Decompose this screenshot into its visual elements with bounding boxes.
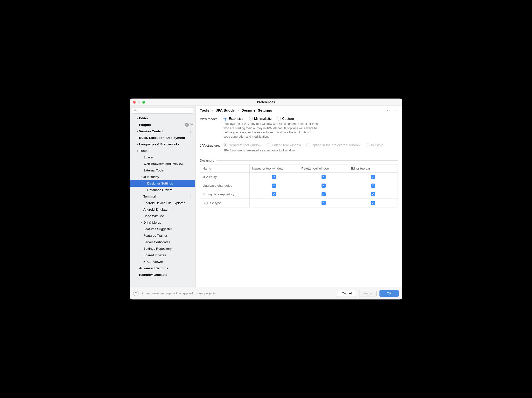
sidebar-item-shared-indexes[interactable]: Shared Indexes (130, 252, 195, 258)
sidebar-item-label: Diff & Merge (143, 221, 193, 224)
chevron-right-icon[interactable]: ▸ (140, 221, 143, 224)
view-mode-option-minimalistic[interactable]: Minimalistic (249, 117, 272, 121)
checkbox-cell[interactable]: ✓ (299, 173, 349, 181)
sidebar-item-features-trainer[interactable]: Features Trainer (130, 232, 195, 239)
sidebar-item-label: Android Device File Explorer (143, 201, 193, 205)
checkbox-checked-icon: ✓ (371, 201, 375, 205)
checkbox-cell[interactable]: ✓ (299, 181, 349, 190)
designer-name: JPA entity (200, 173, 250, 181)
radio-label: Extensive (229, 117, 244, 121)
sidebar-item-xpath-viewer[interactable]: XPath Viewer (130, 258, 195, 265)
crumb-1[interactable]: JPA Buddy (216, 108, 235, 112)
radio-label: Unified tool window (272, 143, 301, 147)
cancel-button[interactable]: Cancel (337, 290, 356, 297)
crumb-0[interactable]: Tools (200, 108, 209, 112)
sidebar-item-android-device-file-explorer[interactable]: Android Device File Explorer (130, 200, 195, 206)
jpa-structure-option-option-in-the-project-tool-window: Option in the project tool window (306, 143, 360, 147)
checkbox-checked-icon: ✓ (322, 201, 326, 205)
sidebar-item-version-control[interactable]: ▸Version Control (130, 128, 195, 135)
radio-label: Separate tool window (229, 143, 261, 147)
sidebar-item-build-execution-deployment[interactable]: ▸Build, Execution, Deployment (130, 135, 195, 141)
sidebar-item-android-emulator[interactable]: Android Emulator (130, 206, 195, 213)
window-title: Preferences (130, 100, 402, 104)
search-input[interactable] (132, 107, 193, 114)
checkbox-cell[interactable]: ✓ (348, 190, 398, 199)
sidebar-item-external-tools[interactable]: External Tools (130, 167, 195, 174)
view-mode-helper: Displays the JPA Buddy tool window with … (224, 122, 320, 139)
table-header: Palette tool window (299, 164, 349, 173)
checkbox-cell[interactable]: ✓ (250, 181, 299, 190)
chevron-right-icon[interactable]: ▸ (136, 143, 139, 146)
ok-button[interactable]: OK (379, 290, 399, 297)
sidebar-item-advanced-settings[interactable]: Advanced Settings (130, 265, 195, 271)
radio-icon (306, 143, 310, 147)
close-icon[interactable] (133, 101, 136, 104)
forward-icon: → (393, 108, 398, 113)
sidebar-item-terminal[interactable]: Terminal (130, 193, 195, 200)
radio-icon (266, 143, 270, 147)
checkbox-cell[interactable] (250, 199, 299, 207)
checkbox-cell[interactable]: ✓ (348, 199, 398, 207)
search-wrap: ▾ (130, 106, 195, 115)
sidebar-item-label: Version Control (139, 129, 190, 133)
checkbox-cell[interactable]: ✓ (250, 190, 299, 199)
sidebar-item-editor[interactable]: ▸Editor (130, 115, 195, 121)
chevron-right-icon: › (212, 108, 213, 112)
project-scope-icon (190, 123, 193, 126)
designer-name: Liquibase changelog (200, 181, 250, 190)
sidebar-item-settings-repository[interactable]: Settings Repository (130, 245, 195, 252)
checkbox-cell[interactable]: ✓ (348, 173, 398, 181)
sidebar-item-diff-merge[interactable]: ▸Diff & Merge (130, 219, 195, 226)
sidebar-item-label: Settings Repository (143, 247, 193, 250)
sidebar-item-rainbow-brackets[interactable]: Rainbow Brackets (130, 271, 195, 278)
sidebar-item-jpa-buddy[interactable]: ▾JPA Buddy (130, 174, 195, 180)
sidebar-item-database-drivers[interactable]: Database Drivers (130, 187, 195, 193)
chevron-right-icon[interactable]: ▸ (136, 136, 139, 139)
chevron-down-icon[interactable]: ▾ (136, 149, 139, 152)
section-divider (217, 160, 398, 161)
jpa-structure-label: JPA structure: (200, 143, 224, 147)
radio-label: Minimalistic (254, 117, 272, 121)
chevron-down-icon[interactable]: ▾ (140, 176, 143, 178)
checkbox-cell[interactable]: ✓ (348, 181, 398, 190)
sidebar-item-label: Languages & Frameworks (139, 142, 193, 146)
sidebar-item-label: Build, Execution, Deployment (139, 136, 193, 140)
sidebar-item-space[interactable]: Space (130, 154, 195, 161)
radio-label: Custom (282, 117, 294, 121)
sidebar-item-web-browsers-and-preview[interactable]: Web Browsers and Preview (130, 161, 195, 167)
checkbox-cell[interactable]: ✓ (299, 199, 349, 207)
zoom-icon[interactable] (142, 101, 145, 104)
sidebar: ▾ ▸EditorPlugins4▸Version Control▸Build,… (130, 106, 196, 287)
chevron-right-icon[interactable]: ▸ (136, 117, 139, 120)
checkbox-cell[interactable]: ✓ (299, 190, 349, 199)
sidebar-item-label: Space (143, 156, 193, 159)
sidebar-item-label: Plugins (139, 123, 185, 127)
checkbox-checked-icon: ✓ (322, 184, 326, 188)
chevron-right-icon[interactable]: ▸ (136, 130, 139, 133)
crumb-2: Designer Settings (241, 108, 272, 112)
checkbox-checked-icon: ✓ (322, 192, 326, 196)
sidebar-item-server-certificates[interactable]: Server Certificates (130, 239, 195, 245)
view-mode-option-extensive[interactable]: Extensive (224, 117, 244, 121)
radio-icon (366, 143, 370, 147)
help-icon[interactable]: ? (133, 291, 139, 296)
designer-name: SQL file type (200, 199, 250, 207)
chevron-right-icon: › (238, 108, 239, 112)
checkbox-checked-icon: ✓ (272, 175, 276, 179)
sidebar-item-tools[interactable]: ▾Tools (130, 148, 195, 154)
checkbox-checked-icon: ✓ (371, 175, 375, 179)
sidebar-item-label: Database Drivers (147, 188, 193, 192)
sidebar-item-code-with-me[interactable]: Code With Me (130, 213, 195, 219)
sidebar-item-designer-settings[interactable]: Designer Settings (130, 180, 195, 187)
view-mode-option-custom[interactable]: Custom (277, 117, 294, 121)
view-mode-label: View mode: (200, 117, 224, 121)
checkbox-cell[interactable]: ✓ (250, 173, 299, 181)
sidebar-item-features-suggester[interactable]: Features Suggester (130, 226, 195, 232)
sidebar-item-plugins[interactable]: Plugins4 (130, 121, 195, 128)
table-header: Inspector tool window (250, 164, 299, 173)
minimize-icon[interactable] (138, 101, 140, 104)
sidebar-item-label: Advanced Settings (139, 266, 193, 270)
radio-icon (224, 117, 227, 121)
sidebar-item-languages-frameworks[interactable]: ▸Languages & Frameworks (130, 141, 195, 148)
back-icon[interactable]: ← (386, 108, 391, 113)
